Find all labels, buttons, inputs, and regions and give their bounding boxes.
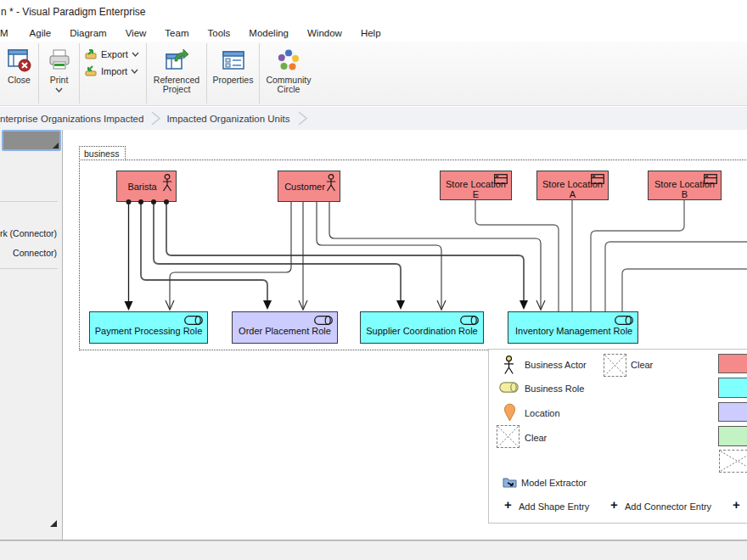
palette-sidebar: ork (Connector) Connector) xyxy=(0,130,63,540)
shape-location-store-a[interactable]: Store Location A xyxy=(536,171,609,200)
export-icon xyxy=(85,48,98,59)
clear-swatch-icon[interactable] xyxy=(719,450,747,473)
chevron-down-icon[interactable] xyxy=(55,87,63,92)
resize-handle-icon[interactable] xyxy=(50,520,57,527)
menu-bar: M Agile Diagram View Team Tools Modeling… xyxy=(0,24,747,42)
plus-icon[interactable]: + xyxy=(733,497,740,512)
business-role-icon xyxy=(499,382,519,393)
add-connector-entry-button[interactable]: Add Connector Entry xyxy=(625,501,711,512)
properties-label: Properties xyxy=(213,76,254,85)
import-icon xyxy=(85,65,98,76)
shape-business-actor-customer[interactable]: Customer xyxy=(278,171,340,202)
resize-handle-icon[interactable] xyxy=(53,143,59,148)
diagram-canvas[interactable]: business Barista Customer Store Locati xyxy=(63,130,747,540)
close-diagram-icon xyxy=(6,47,33,74)
location-pin-icon xyxy=(503,403,516,422)
shape-location-store-e[interactable]: Store Location E xyxy=(440,171,512,200)
organization-unit-icon xyxy=(494,174,508,184)
legend-location[interactable]: Location xyxy=(525,408,560,418)
menu-item-m[interactable]: M xyxy=(0,26,20,40)
legend-business-actor[interactable]: Business Actor xyxy=(525,360,587,370)
legend-panel: Business Actor Clear Business Role Locat… xyxy=(488,349,747,524)
print-button[interactable]: Print xyxy=(39,42,79,105)
menu-item-view[interactable]: View xyxy=(116,26,156,40)
palette-item-connector-2[interactable]: Connector) xyxy=(13,248,57,258)
toolbar: Close Print Export xyxy=(0,42,747,106)
menu-item-team[interactable]: Team xyxy=(155,26,198,40)
menu-item-modeling[interactable]: Modeling xyxy=(239,26,298,40)
breadcrumb-item-parent[interactable]: nterprise Organizations Impacted xyxy=(0,114,143,124)
menu-item-help[interactable]: Help xyxy=(351,26,390,40)
title-bar: n * - Visual Paradigm Enterprise xyxy=(0,0,747,24)
plus-icon[interactable]: + xyxy=(504,497,512,512)
shape-business-actor-barista[interactable]: Barista xyxy=(116,171,177,202)
business-actor-icon xyxy=(326,174,336,192)
plus-icon[interactable]: + xyxy=(610,497,618,512)
breadcrumb: nterprise Organizations Impacted Impacte… xyxy=(0,107,747,130)
shape-location-store-b[interactable]: Store Location B xyxy=(648,171,722,200)
menu-item-diagram[interactable]: Diagram xyxy=(60,26,115,40)
referenced-project-icon xyxy=(163,47,190,74)
print-label: Print xyxy=(50,76,69,85)
business-role-icon xyxy=(314,316,333,325)
import-button[interactable]: Import xyxy=(85,65,143,76)
export-button[interactable]: Export xyxy=(85,48,143,59)
close-label: Close xyxy=(8,76,31,85)
breadcrumb-chevron-icon xyxy=(298,111,308,126)
properties-icon xyxy=(220,47,247,74)
referenced-project-button[interactable]: Referenced Project xyxy=(147,42,206,105)
status-bar xyxy=(0,540,747,560)
application-window: n * - Visual Paradigm Enterprise M Agile… xyxy=(0,0,747,560)
legend-model-extractor[interactable]: Model Extractor xyxy=(521,478,587,488)
organization-unit-icon xyxy=(591,174,604,184)
window-title: n * - Visual Paradigm Enterprise xyxy=(1,6,146,18)
chevron-down-icon[interactable] xyxy=(132,52,139,57)
close-button[interactable]: Close xyxy=(0,42,38,105)
clear-icon[interactable] xyxy=(604,354,626,377)
menu-item-tools[interactable]: Tools xyxy=(198,26,239,40)
referenced-project-label: Referenced Project xyxy=(147,76,206,94)
community-circle-button[interactable]: Community Circle xyxy=(260,42,317,105)
clear-icon[interactable] xyxy=(497,425,520,448)
breadcrumb-chevron-icon xyxy=(151,111,161,126)
export-label: Export xyxy=(101,49,128,59)
color-swatch-green[interactable] xyxy=(718,426,747,446)
shape-role-supplier-coordination[interactable]: Supplier Coordination Role xyxy=(360,311,484,344)
business-role-icon xyxy=(184,316,203,325)
breadcrumb-item-current[interactable]: Impacted Organization Units xyxy=(166,114,289,124)
legend-shape-clear[interactable]: Clear xyxy=(525,433,547,443)
main-area: ork (Connector) Connector) business Bari… xyxy=(0,130,747,540)
chevron-down-icon[interactable] xyxy=(131,69,138,74)
business-region-label[interactable]: business xyxy=(79,146,126,160)
community-circle-icon xyxy=(275,47,302,74)
legend-business-role[interactable]: Business Role xyxy=(525,384,584,394)
palette-item-connector-1[interactable]: ork (Connector) xyxy=(0,228,57,238)
import-label: Import xyxy=(101,66,127,76)
add-shape-entry-button[interactable]: Add Shape Entry xyxy=(519,501,589,512)
business-role-icon xyxy=(615,316,633,325)
organization-unit-icon xyxy=(704,174,717,184)
menu-item-window[interactable]: Window xyxy=(298,26,351,40)
legend-connector-clear[interactable]: Clear xyxy=(631,360,653,370)
business-role-icon xyxy=(460,316,479,325)
properties-button[interactable]: Properties xyxy=(207,42,259,105)
business-actor-icon xyxy=(503,356,514,375)
color-swatch-cyan[interactable] xyxy=(718,378,747,398)
print-icon xyxy=(46,47,73,74)
shape-role-payment-processing[interactable]: Payment Processing Role xyxy=(89,311,208,344)
palette-divider xyxy=(0,268,58,269)
shape-role-inventory-management[interactable]: Inventory Management Role xyxy=(508,311,638,344)
model-extractor-icon xyxy=(503,476,517,488)
community-circle-label: Community Circle xyxy=(260,76,317,94)
color-swatch-purple[interactable] xyxy=(718,402,747,422)
palette-selected-shape[interactable] xyxy=(2,130,61,151)
menu-item-agile[interactable]: Agile xyxy=(20,26,61,40)
palette-divider xyxy=(0,201,58,202)
shape-role-order-placement[interactable]: Order Placement Role xyxy=(232,311,338,344)
export-import-group: Export Import xyxy=(80,42,146,105)
business-actor-icon xyxy=(162,174,172,192)
color-swatch-red[interactable] xyxy=(718,354,747,373)
